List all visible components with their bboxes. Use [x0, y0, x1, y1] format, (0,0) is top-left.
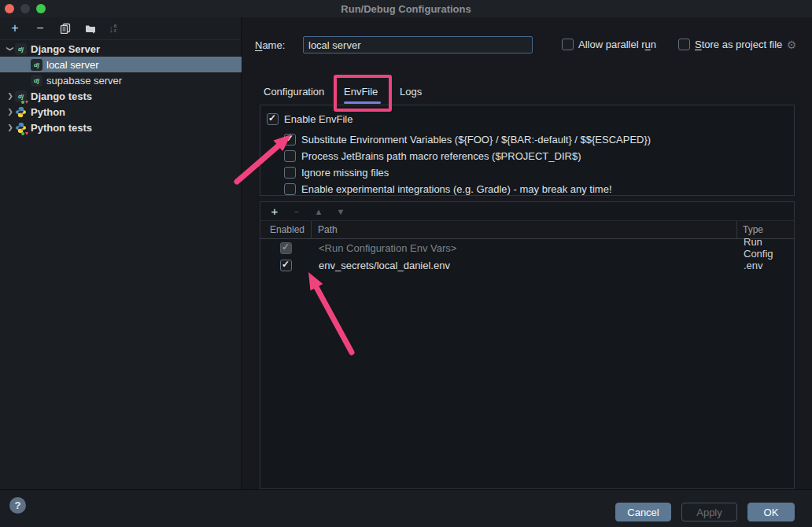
sidebar-toolbar: + − ↓az: [0, 17, 241, 40]
configurations-tree: ❯ dj Django Server ❯ dj local server ❯ d…: [0, 41, 242, 135]
tree-item-django-server[interactable]: ❯ dj Django Server: [0, 41, 242, 57]
envfile-options-panel: Enable EnvFile Substitute Environment Va…: [260, 105, 795, 196]
move-up-icon: ▲: [312, 207, 325, 216]
column-path[interactable]: Path: [312, 224, 736, 235]
remove-icon[interactable]: −: [33, 21, 47, 35]
tree-item-python-tests[interactable]: ❯ Python tests: [0, 120, 242, 135]
chevron-right-icon[interactable]: ❯: [6, 108, 15, 116]
django-icon: dj: [31, 75, 42, 87]
tab-configuration[interactable]: Configuration: [264, 86, 324, 98]
table-row[interactable]: env_secrets/local_daniel.env .env: [260, 256, 794, 274]
tab-logs[interactable]: Logs: [400, 86, 422, 98]
dialog-footer: ? Cancel Apply OK: [0, 489, 812, 527]
tab-envfile[interactable]: EnvFile: [344, 86, 378, 98]
copy-icon[interactable]: [58, 21, 72, 35]
help-button[interactable]: ?: [9, 497, 26, 514]
process-jetbrains-macros-checkbox[interactable]: Process JetBrains path macro references …: [284, 148, 794, 164]
table-row[interactable]: <Run Configuration Env Vars> Run Config: [260, 239, 794, 256]
django-icon: dj: [15, 43, 27, 55]
remove-env-file-icon: −: [290, 207, 303, 216]
python-tests-icon: [15, 122, 27, 134]
env-files-table: + − ▲ ▼ Enabled Path Type <Run Configura…: [260, 201, 795, 489]
ok-button[interactable]: OK: [747, 503, 795, 521]
configuration-editor: Name: Allow parallel run Store as projec…: [242, 17, 812, 489]
allow-parallel-run-checkbox[interactable]: Allow parallel run: [562, 39, 656, 50]
add-env-file-icon[interactable]: +: [268, 205, 281, 218]
run-debug-configurations-dialog: Run/Debug Configurations + − ↓az ❯ dj Dj…: [0, 0, 812, 527]
title-bar: Run/Debug Configurations: [0, 0, 812, 17]
apply-button: Apply: [681, 503, 737, 521]
python-icon: [15, 106, 27, 118]
tree-item-supabase-server[interactable]: ❯ dj supabase server: [0, 72, 242, 88]
configurations-sidebar: + − ↓az ❯ dj Django Server ❯ dj local se…: [0, 17, 242, 489]
chevron-down-icon[interactable]: ❯: [6, 44, 14, 53]
experimental-integrations-checkbox[interactable]: Enable experimental integrations (e.g. G…: [284, 181, 794, 197]
row-enabled-checkbox: [280, 242, 292, 254]
close-window-button[interactable]: [5, 4, 14, 13]
tree-item-python[interactable]: ❯ Python: [0, 104, 242, 120]
table-header: Enabled Path Type: [260, 221, 794, 239]
substitute-env-variables-checkbox[interactable]: Substitute Environment Variables (${FOO}…: [284, 131, 794, 148]
add-icon[interactable]: +: [8, 21, 22, 35]
zoom-window-button[interactable]: [36, 4, 46, 13]
new-folder-icon[interactable]: [83, 21, 98, 35]
active-tab-indicator: [344, 101, 381, 104]
gear-icon[interactable]: ⚙: [787, 39, 797, 51]
row-enabled-checkbox[interactable]: [280, 260, 292, 271]
column-type[interactable]: Type: [737, 224, 794, 235]
cancel-button[interactable]: Cancel: [615, 503, 671, 521]
store-as-project-file-checkbox[interactable]: Store as project file ⚙: [678, 39, 782, 50]
name-input[interactable]: [303, 36, 533, 53]
sort-alphabetically-icon: ↓az: [109, 23, 116, 35]
tree-item-django-tests[interactable]: ❯ dj Django tests: [0, 88, 242, 104]
table-toolbar: + − ▲ ▼: [260, 202, 794, 221]
tree-item-local-server[interactable]: ❯ dj local server: [0, 57, 242, 72]
move-down-icon: ▼: [334, 207, 347, 216]
chevron-right-icon[interactable]: ❯: [6, 123, 15, 131]
enable-envfile-checkbox[interactable]: Enable EnvFile: [267, 111, 794, 127]
django-icon: dj: [31, 59, 42, 71]
ignore-missing-files-checkbox[interactable]: Ignore missing files: [284, 164, 794, 181]
django-tests-icon: dj: [15, 90, 27, 102]
minimize-window-button: [20, 4, 30, 13]
name-label: Name:: [255, 39, 285, 51]
chevron-right-icon[interactable]: ❯: [6, 92, 15, 100]
window-title: Run/Debug Configurations: [341, 3, 471, 15]
column-enabled[interactable]: Enabled: [260, 224, 311, 235]
